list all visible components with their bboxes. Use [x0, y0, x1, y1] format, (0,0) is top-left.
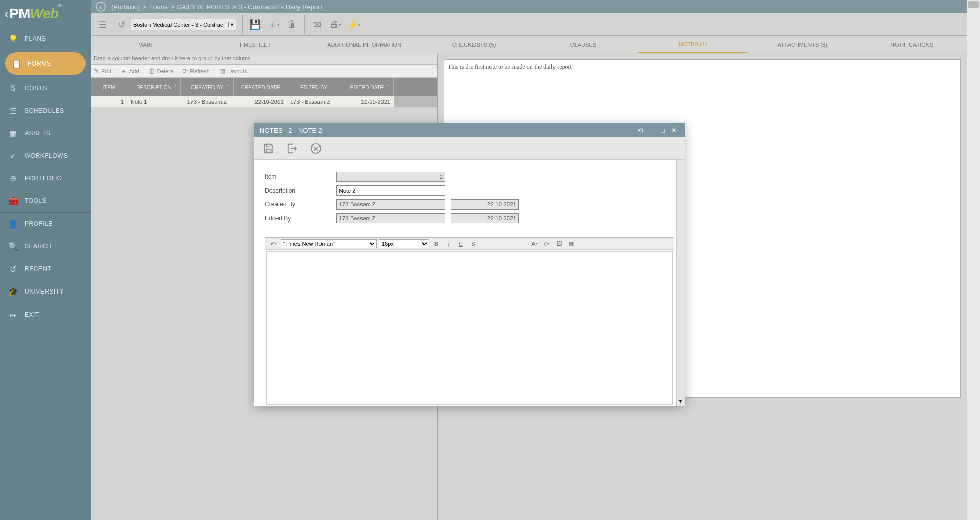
sidebar-item-assets[interactable]: ▦ASSETS [0, 122, 91, 144]
logo-web: Web [30, 6, 58, 22]
add-icon[interactable]: ＋▾ [264, 15, 283, 34]
sidebar-item-schedules[interactable]: ☰SCHEDULES [0, 99, 91, 122]
modal-minimize-icon[interactable]: — [646, 127, 657, 134]
align-center-icon[interactable]: ≡ [492, 239, 503, 249]
spellcheck-icon[interactable]: ✔▾ [268, 239, 279, 249]
pencil-icon: ✎ [94, 67, 99, 75]
sidebar-item-tools[interactable]: 🧰TOOLS [0, 190, 91, 212]
size-select[interactable]: 16px [379, 239, 429, 248]
tab-checklists[interactable]: CHECKLISTS (5) [419, 36, 529, 53]
font-color-icon[interactable]: A▾ [529, 239, 540, 249]
tab-additional[interactable]: ADDITIONAL INFORMATION [310, 36, 419, 53]
delete-icon[interactable]: 🗑 [283, 15, 301, 34]
align-right-icon[interactable]: ≡ [504, 239, 516, 249]
main-toolbar: ☰ ↺ ▼ 💾 ＋▾ 🗑 ✉ 🖨▾ ⚡▾ [91, 13, 967, 36]
modal-toolbar [254, 137, 685, 160]
sidebar-item-plans[interactable]: 💡PLANS [0, 28, 91, 50]
list-icon[interactable]: ☰ [94, 15, 112, 34]
grid-layouts-button[interactable]: ▦Layouts [219, 67, 247, 75]
modal-body: Item Description Created By Edited By ✔▾ [254, 160, 685, 406]
group-hint[interactable]: Drag a column header and drop it here to… [91, 53, 437, 65]
scrollbar-thumb[interactable] [968, 1, 979, 8]
dollar-icon: $ [7, 84, 19, 93]
profile-icon: 👤 [7, 219, 19, 229]
table-row[interactable]: 1 Note 1 173 - Bassam.Z 22-10-2021 173 -… [91, 96, 437, 108]
modal-maximize-icon[interactable]: □ [657, 127, 668, 134]
modal-titlebar[interactable]: NOTES - 2 - NOTE 2 ⟲ — □ ✕ [254, 123, 685, 137]
table-icon[interactable]: ▦ [566, 239, 577, 249]
sidebar-item-exit[interactable]: ↦EXIT [0, 303, 91, 326]
col-edited-date[interactable]: EDITED DATE⋮ [340, 78, 394, 96]
col-description[interactable]: DESCRIPTION⋮ [127, 78, 181, 96]
search-icon: 🔍 [7, 242, 19, 252]
window-scrollbar[interactable] [967, 0, 980, 520]
field-created-date [451, 199, 519, 210]
sidebar-item-search[interactable]: 🔍SEARCH [0, 235, 91, 258]
tabs: MAIN TIMESHEET ADDITIONAL INFORMATION CH… [91, 36, 967, 53]
recent-icon: ↺ [7, 264, 19, 274]
sidebar-item-portfolio[interactable]: ⊕PORTFOLIO [0, 167, 91, 190]
grid-edit-button[interactable]: ✎Edit [94, 67, 111, 75]
grid-toolbar: ✎Edit ＋Add 🗑Delete ⟳Refresh ▦Layouts [91, 65, 437, 78]
chevron-down-icon[interactable]: ▼ [228, 22, 236, 27]
save-icon[interactable]: 💾 [246, 15, 264, 34]
breadcrumb-daily[interactable]: DAILY REPORTS [177, 3, 229, 11]
col-edited-by[interactable]: EDITED BY⋮ [287, 78, 340, 96]
col-created-by[interactable]: CREATED BY⋮ [181, 78, 234, 96]
record-picker[interactable]: ▼ [131, 19, 236, 30]
label-description: Description [265, 187, 336, 194]
modal-refresh-icon[interactable]: ⟲ [634, 127, 646, 134]
tab-notes[interactable]: NOTES (1) [638, 36, 748, 53]
italic-icon[interactable]: I [443, 239, 454, 249]
sidebar-item-university[interactable]: 🎓UNIVERSITY [0, 280, 91, 303]
grid-refresh-button[interactable]: ⟳Refresh [182, 67, 210, 75]
field-edited-date [451, 213, 519, 223]
modal-saveexit-icon[interactable] [284, 140, 301, 157]
note-modal: NOTES - 2 - NOTE 2 ⟲ — □ ✕ Item Descript… [254, 123, 685, 406]
modal-close-icon[interactable]: ✕ [668, 127, 679, 134]
grid-add-button[interactable]: ＋Add [120, 67, 139, 76]
tab-attachments[interactable]: ATTACHMENTS (8) [748, 36, 857, 53]
field-item [336, 172, 445, 182]
breadcrumb-record: 3 - Contractor's Daily Report [239, 3, 323, 11]
sidebar-item-workflows[interactable]: ✓WORKFLOWS [0, 144, 91, 167]
print-icon[interactable]: 🖨▾ [326, 15, 345, 34]
align-left-icon[interactable]: ≡ [480, 239, 491, 249]
col-item[interactable]: ITEM⋮ [91, 78, 127, 96]
grid-delete-button[interactable]: 🗑Delete [148, 67, 174, 75]
modal-save-icon[interactable] [261, 140, 277, 157]
align-justify-icon[interactable]: ≡ [517, 239, 528, 249]
lightbulb-icon: 💡 [7, 34, 19, 44]
breadcrumb-portfolio[interactable]: (Portfolio) [111, 3, 140, 11]
image-icon[interactable]: 🖼 [553, 239, 565, 249]
sidebar-item-recent[interactable]: ↺RECENT [0, 258, 91, 280]
sidebar-item-profile[interactable]: 👤PROFILE [0, 213, 91, 235]
strike-icon[interactable]: S [467, 239, 479, 249]
plus-icon: ＋ [120, 67, 127, 76]
tab-clauses[interactable]: CLAUSES [529, 36, 638, 53]
tab-main[interactable]: MAIN [91, 36, 200, 53]
history-icon[interactable]: ↺ [112, 15, 131, 34]
schedule-icon: ☰ [7, 106, 19, 116]
modal-cancel-icon[interactable] [308, 140, 324, 157]
rich-text-editor: ✔▾ "Times New Roman" 16px B I U S ≡ ≡ ≡ … [265, 237, 674, 406]
bold-icon[interactable]: B [431, 239, 442, 249]
tab-timesheet[interactable]: TIMESHEET [200, 36, 310, 53]
refresh-icon: ⟳ [182, 67, 188, 75]
modal-scrollbar[interactable]: ▼ [676, 160, 685, 406]
fill-color-icon[interactable]: ◇▾ [541, 239, 552, 249]
bolt-icon[interactable]: ⚡▾ [345, 15, 363, 34]
sidebar-item-costs[interactable]: $COSTS [0, 77, 91, 99]
sidebar-item-forms[interactable]: 📋FORMS [5, 52, 86, 75]
mail-icon[interactable]: ✉ [308, 15, 326, 34]
col-created-date[interactable]: CREATED DATE⋮ [234, 78, 287, 96]
editor-textarea[interactable] [266, 251, 673, 405]
record-picker-input[interactable] [131, 22, 228, 28]
underline-icon[interactable]: U [455, 239, 466, 249]
info-icon[interactable]: i [96, 2, 106, 12]
font-select[interactable]: "Times New Roman" [281, 239, 377, 248]
sidebar: ‹ PMWeb ® 💡PLANS 📋FORMS $COSTS ☰SCHEDULE… [0, 0, 91, 520]
tab-notifications[interactable]: NOTIFICATIONS [857, 36, 967, 53]
field-description[interactable] [336, 185, 445, 196]
breadcrumb-forms[interactable]: Forms [149, 3, 168, 11]
